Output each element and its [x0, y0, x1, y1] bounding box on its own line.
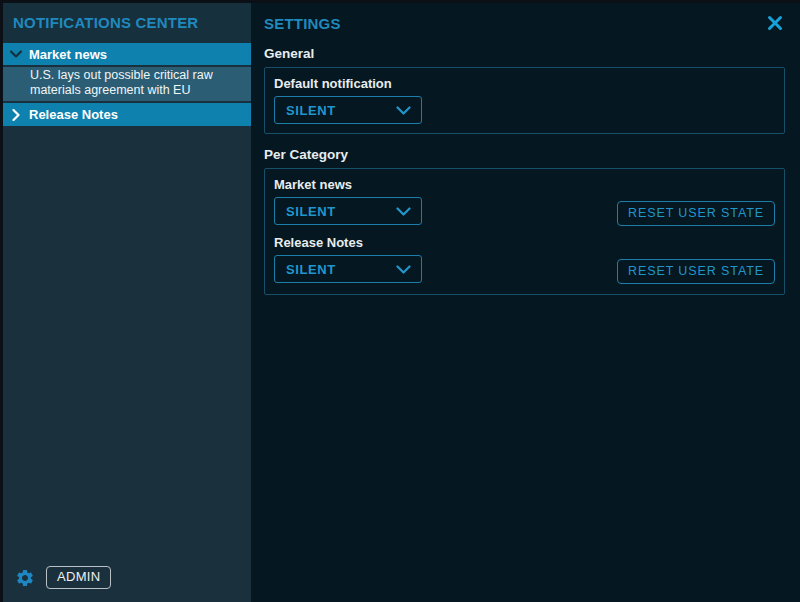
settings-header: SETTINGS: [264, 13, 785, 33]
sidebar-footer: ADMIN: [3, 566, 251, 602]
default-notification-label: Default notification: [274, 76, 775, 91]
chevron-down-icon: [396, 207, 411, 216]
sidebar-item-label: Release Notes: [29, 107, 118, 122]
admin-button[interactable]: ADMIN: [46, 566, 111, 589]
reset-user-state-button-release-notes[interactable]: RESET USER STATE: [617, 259, 775, 284]
chevron-down-icon: [396, 265, 411, 274]
settings-panel: SETTINGS General Default notification SI…: [251, 3, 800, 602]
general-group-box: Default notification SILENT: [264, 67, 785, 134]
sidebar-item-market-news[interactable]: Market news: [3, 43, 251, 65]
category-row-market-news: Market news SILENT RESET USER STATE: [274, 177, 775, 225]
sidebar-news-entry[interactable]: U.S. lays out possible critical raw mate…: [3, 67, 251, 101]
general-heading: General: [264, 46, 785, 61]
chevron-down-icon: [396, 106, 411, 115]
chevron-down-icon[interactable]: [3, 50, 29, 58]
chevron-right-icon[interactable]: [3, 109, 29, 121]
sidebar-item-label: Market news: [29, 47, 107, 62]
per-category-heading: Per Category: [264, 147, 785, 162]
category-tree: Market news U.S. lays out possible criti…: [3, 43, 251, 128]
sidebar-item-release-notes[interactable]: Release Notes: [3, 103, 251, 126]
category-row-release-notes: Release Notes SILENT RESET USER STATE: [274, 235, 775, 283]
market-news-select[interactable]: SILENT: [274, 197, 422, 225]
notifications-center-window: NOTIFICATIONS CENTER Market news U.S. la…: [0, 0, 800, 602]
sidebar-title: NOTIFICATIONS CENTER: [3, 3, 251, 43]
gear-icon[interactable]: [15, 568, 35, 588]
market-news-value: SILENT: [286, 204, 336, 219]
per-category-group-box: Market news SILENT RESET USER STATE Rele…: [264, 168, 785, 295]
release-notes-value: SILENT: [286, 262, 336, 277]
category-label: Release Notes: [274, 235, 775, 250]
default-notification-value: SILENT: [286, 103, 336, 118]
close-icon[interactable]: [765, 13, 785, 33]
reset-user-state-button-market-news[interactable]: RESET USER STATE: [617, 201, 775, 226]
settings-title: SETTINGS: [264, 13, 341, 32]
release-notes-select[interactable]: SILENT: [274, 255, 422, 283]
category-label: Market news: [274, 177, 775, 192]
default-notification-select[interactable]: SILENT: [274, 96, 422, 124]
sidebar-spacer: [3, 128, 251, 566]
sidebar: NOTIFICATIONS CENTER Market news U.S. la…: [3, 3, 251, 602]
